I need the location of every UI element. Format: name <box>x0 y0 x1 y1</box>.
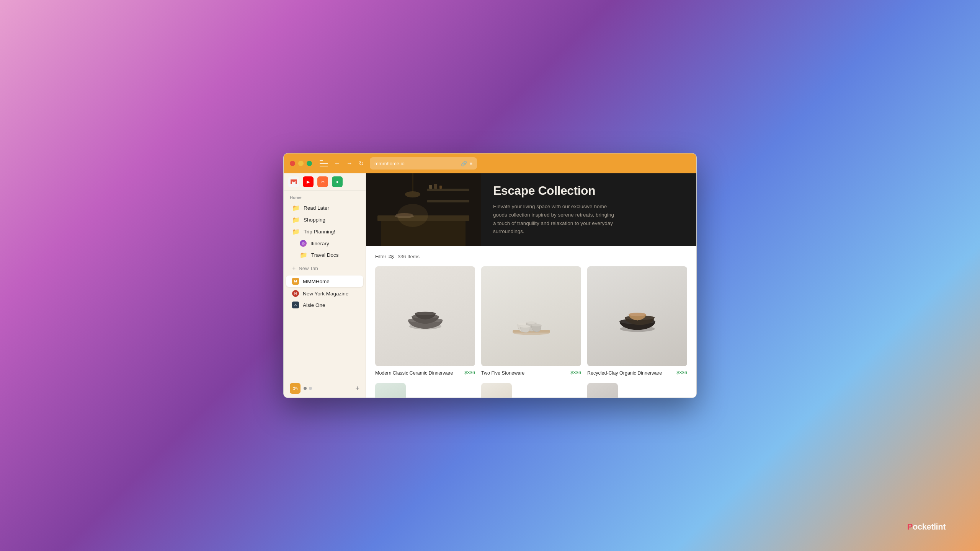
nymag-tab-icon: N <box>292 290 299 297</box>
filter-label: Filter <box>375 254 386 259</box>
folder-icon: 📁 <box>292 228 300 235</box>
sidebar-section-home: Home <box>284 194 366 202</box>
sidebar: ▶ ✂ ● Home 📁 Read Later 📁 Shopping <box>284 173 366 398</box>
aisle-one-tab-icon: A <box>292 302 299 308</box>
gmail-bookmark[interactable] <box>288 176 299 187</box>
bookmarks-bar: ▶ ✂ ● <box>284 173 366 191</box>
product-card-4[interactable] <box>375 383 475 398</box>
traffic-lights <box>290 161 312 166</box>
back-button[interactable]: ← <box>333 159 342 168</box>
tab-dot-1[interactable] <box>304 387 307 390</box>
product-image-5 <box>481 383 512 398</box>
product-card-3[interactable]: Recycled-Clay Organic Dinnerware $336 <box>587 266 687 377</box>
items-count: 336 Items <box>398 254 420 259</box>
tab-dot-2[interactable] <box>309 387 312 390</box>
minimize-button[interactable] <box>298 161 304 166</box>
product-name-2: Two Five Stoneware <box>481 370 524 377</box>
sidebar-item-read-later[interactable]: 📁 Read Later <box>286 202 363 214</box>
mmmhome-tab-icon: M <box>292 278 299 285</box>
filter-button[interactable]: Filter <box>375 254 394 259</box>
folder-icon: 📁 <box>292 204 300 212</box>
product-card-6[interactable] <box>587 383 687 398</box>
hero-image <box>366 173 481 246</box>
url-text: mmmhome.io <box>374 161 405 166</box>
main-content: ▶ ✂ ● Home 📁 Read Later 📁 Shopping <box>284 173 696 398</box>
refresh-button[interactable]: ↻ <box>357 159 365 168</box>
title-bar: ← → ↻ mmmhome.io 🔗 ≡ <box>284 153 696 173</box>
itinerary-icon: ◎ <box>300 240 307 247</box>
product-info-3: Recycled-Clay Organic Dinnerware $336 <box>587 370 687 377</box>
address-bar[interactable]: mmmhome.io 🔗 ≡ <box>370 157 477 170</box>
new-tab-plus-icon: + <box>292 265 296 272</box>
sidebar-item-travel-docs[interactable]: 📁 Travel Docs <box>286 249 363 261</box>
sidebar-item-trip-planning-label: Trip Planning! <box>304 229 335 235</box>
new-tab-button[interactable]: + New Tab <box>286 262 363 274</box>
sidebar-toggle-button[interactable] <box>320 160 328 166</box>
sidebar-tab-nymag[interactable]: N New York Magazine <box>286 288 363 299</box>
sidebar-item-travel-docs-label: Travel Docs <box>311 252 339 258</box>
folder-icon: 📁 <box>300 251 307 259</box>
product-image-2 <box>481 266 581 366</box>
sidebar-item-trip-planning[interactable]: 📁 Trip Planning! <box>286 226 363 238</box>
forward-button[interactable]: → <box>345 159 354 168</box>
svg-point-22 <box>531 324 541 326</box>
youtube-bookmark[interactable]: ▶ <box>303 176 314 187</box>
pocketlint-text: ocketlint <box>913 522 946 531</box>
hero-text-area: Escape Collection Elevate your living sp… <box>481 173 696 246</box>
product-image-1 <box>375 266 475 366</box>
aisle-one-tab-label: Aisle One <box>303 302 325 308</box>
sidebar-bottom: 🛍 + <box>284 379 366 398</box>
product-name-3: Recycled-Clay Organic Dinnerware <box>587 370 662 377</box>
sidebar-item-itinerary[interactable]: ◎ Itinerary <box>286 238 363 249</box>
svg-point-21 <box>520 325 530 328</box>
sidebar-item-shopping[interactable]: 📁 Shopping <box>286 214 363 226</box>
hero-section: Escape Collection Elevate your living sp… <box>366 173 696 246</box>
svg-rect-6 <box>427 200 469 202</box>
add-tab-button[interactable]: + <box>355 385 359 393</box>
close-button[interactable] <box>290 161 295 166</box>
folder-icon: 📁 <box>292 216 300 223</box>
maximize-button[interactable] <box>307 161 312 166</box>
shop-icon: 🛍 <box>290 383 301 394</box>
product-card-1[interactable]: Modern Classic Ceramic Dinnerware $336 <box>375 266 475 377</box>
product-image-4 <box>375 383 406 398</box>
product-price-2: $336 <box>570 370 581 375</box>
product-info-1: Modern Classic Ceramic Dinnerware $336 <box>375 370 475 377</box>
sidebar-item-shopping-label: Shopping <box>304 217 325 223</box>
product-card-5[interactable] <box>481 383 581 398</box>
svg-rect-8 <box>434 184 437 189</box>
svg-rect-5 <box>427 189 469 191</box>
product-card-2[interactable]: Two Five Stoneware $336 <box>481 266 581 377</box>
svg-point-16 <box>415 311 436 315</box>
mmmhome-tab-label: MMMHome <box>303 279 330 284</box>
clip-bookmark[interactable]: ✂ <box>317 176 328 187</box>
svg-point-12 <box>397 204 428 227</box>
link-icon: 🔗 <box>461 161 467 166</box>
sidebar-item-itinerary-label: Itinerary <box>310 241 329 246</box>
svg-point-26 <box>629 313 646 316</box>
nav-buttons: ← → ↻ <box>333 159 365 168</box>
svg-rect-1 <box>412 173 413 192</box>
pocketlint-p: P <box>907 522 913 531</box>
product-image-3 <box>587 266 687 366</box>
hero-description: Elevate your living space with our exclu… <box>493 202 616 235</box>
sidebar-item-read-later-label: Read Later <box>304 205 329 211</box>
sidebar-tab-aisle-one[interactable]: A Aisle One <box>286 299 363 311</box>
product-name-1: Modern Classic Ceramic Dinnerware <box>375 370 453 377</box>
nymag-tab-label: New York Magazine <box>303 291 348 297</box>
svg-rect-7 <box>429 185 432 189</box>
product-price-1: $336 <box>464 370 475 375</box>
svg-point-20 <box>526 321 536 324</box>
svg-point-2 <box>405 191 420 197</box>
hero-title: Escape Collection <box>493 184 684 198</box>
new-tab-label: New Tab <box>299 266 318 271</box>
filter-adjust-icon <box>389 256 394 258</box>
products-section: Filter 336 Items <box>366 246 696 398</box>
sidebar-nav: Home 📁 Read Later 📁 Shopping 📁 Trip Plan… <box>284 191 366 379</box>
product-info-2: Two Five Stoneware $336 <box>481 370 581 377</box>
svg-rect-9 <box>439 186 442 189</box>
sidebar-tab-mmmhome[interactable]: M MMMHome <box>286 276 363 287</box>
product-image-6 <box>587 383 618 398</box>
svg-point-19 <box>518 323 528 325</box>
green-bookmark[interactable]: ● <box>332 176 343 187</box>
